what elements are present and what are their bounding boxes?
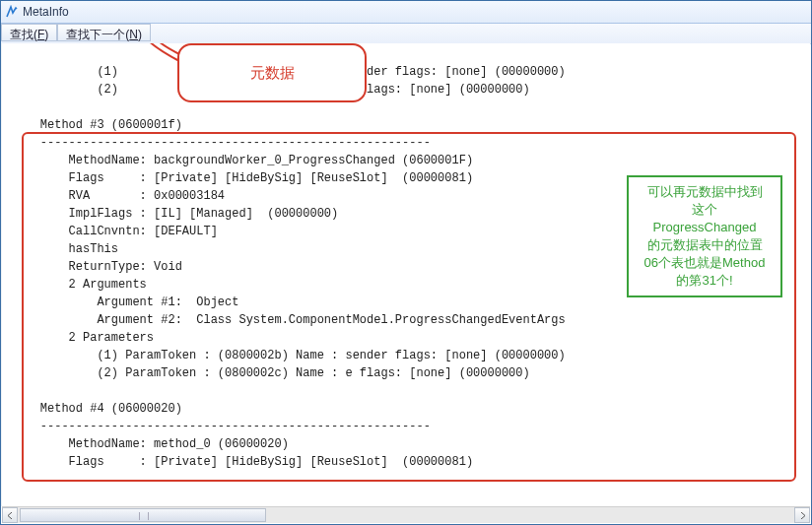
find-label-suffix: )	[44, 28, 48, 41]
line: MethodName: backgroundWorker_0_ProgressC…	[12, 154, 473, 167]
titlebar: MetaInfo	[1, 1, 811, 24]
line: ----------------------------------------…	[12, 420, 431, 433]
chevron-left-icon	[7, 512, 14, 519]
find-button[interactable]: 查找(F)	[1, 24, 57, 41]
findnext-label-key: N	[129, 28, 138, 41]
line: Argument #2: Class System.ComponentModel…	[12, 313, 566, 327]
line: Method #4 (06000020)	[12, 402, 182, 416]
line: (2) ParamToken : (0800002c) Name : e fla…	[12, 366, 530, 380]
find-label-prefix: 查找(	[10, 28, 37, 41]
line: CallCnvntn: [DEFAULT]	[12, 225, 218, 238]
note-line: 的元数据表中的位置	[633, 236, 777, 254]
scroll-left-button[interactable]	[2, 507, 18, 523]
scroll-thumb[interactable]	[20, 508, 266, 522]
findnext-label-suffix: )	[138, 28, 142, 41]
line: MethodName: method_0 (06000020)	[12, 437, 289, 451]
line: ----------------------------------------…	[12, 136, 431, 150]
app-window: MetaInfo 查找(F) 查找下一个(N) (1) Name : sende…	[0, 0, 812, 525]
callout-label: 元数据	[250, 64, 295, 83]
content-area: (1) Name : sender flags: [none] (0000000…	[2, 43, 810, 506]
note-line: 的第31个!	[633, 272, 777, 290]
line: Method #3 (0600001f)	[12, 118, 182, 132]
line: 2 Parameters	[12, 331, 154, 345]
note-line: 可以再元数据中找到	[633, 183, 777, 201]
callout-bubble: 元数据	[177, 43, 367, 102]
note-line: 06个表也就是Method	[633, 254, 777, 272]
line: hasThis	[12, 242, 118, 256]
window-title: MetaInfo	[23, 5, 69, 19]
line: 2 Arguments	[12, 278, 147, 292]
findnext-label-prefix: 查找下一个(	[66, 28, 129, 41]
chevron-right-icon	[799, 512, 806, 519]
app-icon	[5, 5, 19, 19]
line: Flags : [Private] [HideBySig] [ReuseSlot…	[12, 455, 473, 469]
horizontal-scrollbar[interactable]	[2, 506, 810, 523]
annotation-note: 可以再元数据中找到 这个 ProgressChanged 的元数据表中的位置 0…	[627, 175, 782, 297]
find-next-button[interactable]: 查找下一个(N)	[57, 24, 151, 41]
scroll-right-button[interactable]	[794, 507, 810, 523]
note-line: ProgressChanged	[633, 219, 777, 236]
line: Flags : [Private] [HideBySig] [ReuseSlot…	[12, 171, 473, 185]
note-line: 这个	[633, 201, 777, 219]
line: (1) ParamToken : (0800002b) Name : sende…	[12, 349, 566, 362]
line: Argument #1: Object	[12, 295, 238, 309]
line: ImplFlags : [IL] [Managed] (00000000)	[12, 207, 338, 221]
line: RVA : 0x00003184	[12, 189, 225, 203]
toolbar: 查找(F) 查找下一个(N)	[1, 24, 811, 44]
line: ReturnType: Void	[12, 260, 182, 274]
